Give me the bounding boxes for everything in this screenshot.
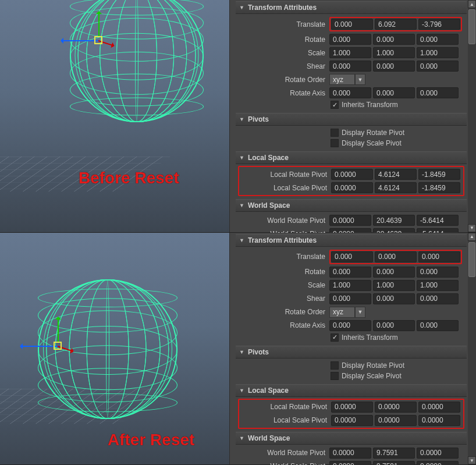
inherits-transform-label: Inherits Transform bbox=[342, 333, 398, 342]
scale-label: Scale bbox=[240, 49, 328, 57]
rotate-axis-z-field[interactable] bbox=[417, 320, 459, 331]
collapse-icon: ▼ bbox=[239, 349, 244, 355]
collapse-icon: ▼ bbox=[239, 237, 244, 243]
rotate-label: Rotate bbox=[240, 36, 328, 44]
scroll-thumb[interactable] bbox=[468, 242, 475, 277]
section-pivots[interactable]: ▼Pivots bbox=[236, 113, 467, 126]
scrollbar[interactable]: ▲▼ bbox=[468, 233, 476, 465]
local-rotate-pivot-y-field[interactable] bbox=[375, 402, 417, 413]
scale-y-field[interactable] bbox=[373, 47, 415, 58]
world-rotate-pivot-z-field[interactable] bbox=[417, 215, 459, 226]
rotate-order-select[interactable]: xyz bbox=[329, 307, 355, 318]
local-scale-pivot-x-field[interactable] bbox=[331, 182, 373, 193]
annotation-before: Before Reset bbox=[79, 169, 179, 187]
section-transform[interactable]: ▼Transform Attributes bbox=[236, 1, 467, 14]
display-scale-pivot-label: Display Scale Pivot bbox=[342, 372, 402, 380]
local-rotate-pivot-z-field[interactable] bbox=[418, 169, 460, 180]
shear-z-field[interactable] bbox=[417, 293, 459, 304]
local-rotate-pivot-y-field[interactable] bbox=[375, 169, 417, 180]
scale-z-field[interactable] bbox=[417, 280, 459, 291]
scroll-down-icon[interactable]: ▼ bbox=[468, 456, 476, 464]
collapse-icon: ▼ bbox=[239, 388, 244, 393]
local-scale-pivot-z-field[interactable] bbox=[418, 182, 460, 193]
rotate-z-field[interactable] bbox=[417, 267, 459, 278]
rotate-x-field[interactable] bbox=[329, 34, 371, 45]
dropdown-icon[interactable]: ▼ bbox=[355, 307, 365, 318]
rotate-z-field[interactable] bbox=[417, 34, 459, 45]
translate-y-field[interactable] bbox=[375, 19, 417, 30]
shear-y-field[interactable] bbox=[373, 293, 415, 304]
collapse-icon: ▼ bbox=[239, 116, 244, 122]
shear-y-field[interactable] bbox=[373, 61, 415, 72]
scrollbar[interactable]: ▲▼ bbox=[468, 0, 476, 232]
local-scale-pivot-y-field[interactable] bbox=[375, 182, 417, 193]
translate-z-field[interactable] bbox=[418, 19, 460, 30]
local-scale-pivot-label: Local Scale Pivot bbox=[242, 416, 329, 424]
section-world-space[interactable]: ▼World Space bbox=[236, 199, 467, 212]
collapse-icon: ▼ bbox=[239, 435, 244, 441]
world-rotate-pivot-y-field[interactable] bbox=[373, 215, 415, 226]
rotate-order-label: Rotate Order bbox=[240, 76, 328, 84]
world-scale-pivot-y-field[interactable] bbox=[373, 461, 415, 466]
shear-z-field[interactable] bbox=[417, 61, 459, 72]
translate-y-field[interactable] bbox=[375, 251, 417, 262]
rotate-label: Rotate bbox=[240, 268, 328, 276]
viewport[interactable]: Before Reset bbox=[0, 0, 229, 232]
display-rotate-pivot-checkbox[interactable] bbox=[331, 361, 339, 370]
local-scale-pivot-y-field[interactable] bbox=[375, 415, 417, 426]
shear-x-field[interactable] bbox=[329, 61, 371, 72]
world-rotate-pivot-x-field[interactable] bbox=[329, 448, 371, 459]
move-manipulator[interactable] bbox=[76, 17, 122, 64]
display-scale-pivot-checkbox[interactable] bbox=[331, 139, 339, 147]
rotate-axis-x-field[interactable] bbox=[329, 320, 371, 331]
world-rotate-pivot-x-field[interactable] bbox=[329, 215, 371, 226]
section-transform[interactable]: ▼Transform Attributes bbox=[236, 234, 467, 247]
display-scale-pivot-checkbox[interactable] bbox=[331, 372, 339, 380]
local-scale-pivot-label: Local Scale Pivot bbox=[242, 184, 329, 192]
rotate-axis-z-field[interactable] bbox=[417, 87, 459, 98]
shear-x-field[interactable] bbox=[329, 293, 371, 304]
section-local-space[interactable]: ▼Local Space bbox=[236, 151, 467, 164]
world-rotate-pivot-y-field[interactable] bbox=[373, 448, 415, 459]
viewport[interactable]: After Reset bbox=[0, 233, 229, 465]
scroll-thumb[interactable] bbox=[468, 9, 475, 44]
local-rotate-pivot-z-field[interactable] bbox=[418, 402, 460, 413]
display-rotate-pivot-label: Display Rotate Pivot bbox=[342, 361, 404, 370]
rotate-axis-y-field[interactable] bbox=[373, 87, 415, 98]
dropdown-icon[interactable]: ▼ bbox=[355, 74, 365, 85]
display-rotate-pivot-checkbox[interactable] bbox=[331, 129, 339, 137]
world-scale-pivot-x-field[interactable] bbox=[329, 461, 371, 466]
section-local-space[interactable]: ▼Local Space bbox=[236, 384, 467, 397]
rotate-y-field[interactable] bbox=[373, 34, 415, 45]
translate-x-field[interactable] bbox=[331, 19, 373, 30]
rotate-y-field[interactable] bbox=[373, 267, 415, 278]
move-manipulator[interactable] bbox=[35, 323, 81, 370]
section-pivots[interactable]: ▼Pivots bbox=[236, 346, 467, 358]
local-rotate-pivot-label: Local Rotate Pivot bbox=[242, 171, 329, 179]
translate-x-field[interactable] bbox=[331, 251, 373, 262]
scale-z-field[interactable] bbox=[417, 47, 459, 58]
rotate-axis-y-field[interactable] bbox=[373, 320, 415, 331]
scale-y-field[interactable] bbox=[373, 280, 415, 291]
rotate-x-field[interactable] bbox=[329, 267, 371, 278]
scroll-down-icon[interactable]: ▼ bbox=[468, 224, 476, 232]
translate-z-field[interactable] bbox=[418, 251, 460, 262]
collapse-icon: ▼ bbox=[239, 155, 244, 161]
local-rotate-pivot-x-field[interactable] bbox=[331, 402, 373, 413]
local-scale-pivot-x-field[interactable] bbox=[331, 415, 373, 426]
scale-x-field[interactable] bbox=[329, 47, 371, 58]
scale-x-field[interactable] bbox=[329, 280, 371, 291]
world-rotate-pivot-z-field[interactable] bbox=[417, 448, 459, 459]
section-world-space[interactable]: ▼World Space bbox=[236, 432, 467, 445]
scroll-up-icon[interactable]: ▲ bbox=[468, 233, 476, 241]
rotate-axis-x-field[interactable] bbox=[329, 87, 371, 98]
inherits-transform-checkbox[interactable]: ✓ bbox=[331, 333, 339, 342]
collapse-icon: ▼ bbox=[239, 203, 244, 208]
scroll-up-icon[interactable]: ▲ bbox=[468, 0, 476, 8]
rotate-order-select[interactable]: xyz bbox=[329, 74, 355, 85]
inherits-transform-checkbox[interactable]: ✓ bbox=[331, 101, 339, 109]
world-scale-pivot-z-field[interactable] bbox=[417, 461, 459, 466]
rotate-axis-label: Rotate Axis bbox=[240, 89, 328, 97]
local-rotate-pivot-x-field[interactable] bbox=[331, 169, 373, 180]
local-scale-pivot-z-field[interactable] bbox=[418, 415, 460, 426]
